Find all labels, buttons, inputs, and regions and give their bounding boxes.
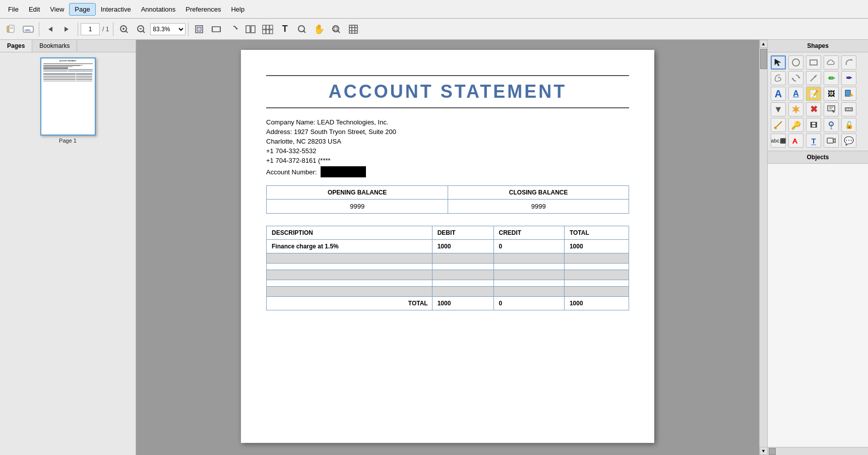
circle-tool-button[interactable]	[788, 55, 803, 70]
measure-tool-button[interactable]	[841, 102, 856, 116]
table-row	[267, 287, 629, 297]
callout-tool-button[interactable]: 💬	[841, 134, 856, 148]
horizontal-scrollbar[interactable]	[768, 447, 868, 455]
fit-page-button[interactable]	[191, 21, 207, 37]
select-tool-button[interactable]	[771, 55, 786, 70]
row6-debit	[432, 287, 493, 297]
text-large-button[interactable]: A	[771, 87, 786, 101]
zoom-select[interactable]: 83.3% 50% 75% 100% 125% 150%	[150, 23, 185, 35]
open-url-button[interactable]: URL	[20, 21, 36, 37]
transactions-table: DESCRIPTION DEBIT CREDIT TOTAL Finance c…	[266, 226, 629, 310]
svg-marker-67	[833, 139, 835, 143]
back-button[interactable]	[42, 21, 58, 37]
col-debit: DEBIT	[432, 226, 493, 240]
shapes-toolbar: ✏ ✒ A A 📝 🖼 ▼ ✖	[768, 52, 868, 151]
tab-pages[interactable]: Pages	[0, 40, 32, 52]
sep1	[39, 22, 39, 36]
menu-view[interactable]: View	[45, 4, 69, 15]
dropdown-btn[interactable]: ▼	[771, 102, 786, 116]
svg-rect-21	[246, 26, 250, 33]
zoom-out-button[interactable]	[133, 21, 149, 37]
scroll-up-arrow[interactable]: ▲	[760, 40, 768, 48]
zoom-in-button[interactable]	[116, 21, 132, 37]
svg-marker-49	[792, 105, 799, 113]
select-text-button[interactable]: T	[277, 21, 293, 37]
ruler-tool-button[interactable]	[771, 118, 786, 132]
text-color-button[interactable]: A	[788, 87, 803, 101]
svg-line-30	[303, 31, 305, 33]
svg-rect-38	[349, 25, 357, 33]
svg-marker-7	[65, 27, 69, 32]
abc-tool-button[interactable]: abc⬛	[771, 134, 786, 148]
menu-annotations[interactable]: Annotations	[136, 4, 181, 15]
edit-tool-button[interactable]	[824, 102, 839, 116]
image-stamp-button[interactable]: 🖼	[824, 87, 839, 101]
svg-rect-25	[270, 25, 273, 29]
rect-tool-button[interactable]	[806, 55, 821, 70]
two-page-button[interactable]	[242, 21, 259, 37]
menu-page[interactable]: Page	[69, 3, 95, 16]
objects-panel-header: Objects	[768, 151, 868, 164]
row6-desc	[267, 287, 432, 297]
cross-tool-button[interactable]: ✖	[806, 102, 821, 116]
film-tool-button[interactable]: 🎞	[806, 118, 821, 132]
loupe-button[interactable]	[294, 21, 310, 37]
total-row: TOTAL 1000 0 1000	[267, 297, 629, 310]
document-viewer[interactable]: ACCOUNT STATEMENT Company Name: LEAD Tec…	[136, 40, 759, 455]
row1-credit: 0	[493, 240, 564, 253]
svg-rect-16	[197, 27, 201, 31]
vertical-scrollbar[interactable]: ▲ ▼	[759, 40, 767, 455]
open-file-button[interactable]	[3, 21, 19, 37]
pencil-tool-button[interactable]: ✏	[824, 71, 839, 85]
thumbnail-page1[interactable]: ACCOUNT STATEMENT	[40, 57, 96, 144]
grid-button[interactable]	[345, 21, 361, 37]
burst-tool-button[interactable]	[788, 102, 803, 116]
rotate-cw-button[interactable]	[225, 21, 241, 37]
scroll-down-arrow[interactable]: ▼	[760, 447, 768, 455]
row2-total	[564, 253, 629, 264]
svg-point-62	[830, 128, 833, 129]
tab-bookmarks[interactable]: Bookmarks	[32, 40, 77, 52]
objects-panel-content	[768, 164, 868, 447]
page-number-input[interactable]	[81, 23, 100, 35]
location-tool-button[interactable]	[824, 118, 839, 132]
spiral-tool-button[interactable]	[771, 71, 786, 85]
pan-button[interactable]: ✋	[311, 21, 327, 37]
fit-width-button[interactable]	[208, 21, 224, 37]
svg-line-58	[775, 121, 782, 128]
top-divider	[266, 75, 629, 76]
forward-button[interactable]	[59, 21, 75, 37]
main-layout: Pages Bookmarks ACCOUNT STATEMENT	[0, 40, 868, 455]
arc-tool-button[interactable]	[841, 55, 856, 70]
svg-rect-22	[251, 26, 255, 33]
sticky-note-button[interactable]: 📝	[806, 87, 821, 101]
cloud-tool-button[interactable]	[824, 55, 839, 70]
lock-tool-button[interactable]: 🔓	[841, 118, 856, 132]
svg-marker-53	[832, 110, 835, 113]
menu-file[interactable]: File	[3, 4, 24, 15]
scroll-thumb[interactable]	[760, 49, 767, 69]
menu-edit[interactable]: Edit	[24, 4, 45, 15]
svg-line-11	[126, 31, 128, 33]
table-row	[267, 270, 629, 280]
address2: Charlotte, NC 28203 USA	[266, 138, 629, 145]
pointer-tool-button[interactable]: 🔑	[788, 118, 803, 132]
arrow-tool-button[interactable]	[806, 71, 821, 85]
pen-tool-button[interactable]: ✒	[841, 71, 856, 85]
fill-color-button[interactable]	[841, 87, 856, 101]
format-text-button[interactable]	[788, 134, 803, 148]
total-label: TOTAL	[267, 297, 432, 310]
company-name: Company Name: LEAD Technologies, Inc.	[266, 118, 629, 126]
multi-page-button[interactable]	[260, 21, 276, 37]
menu-help[interactable]: Help	[226, 4, 250, 15]
menu-interactive[interactable]: Interactive	[96, 4, 136, 15]
zoom-area-button[interactable]	[328, 21, 344, 37]
text3-button[interactable]: T	[806, 134, 821, 148]
svg-line-64	[795, 139, 797, 144]
h-scroll-thumb[interactable]	[769, 448, 776, 455]
rotate-tool-button[interactable]	[788, 71, 803, 85]
film2-tool-button[interactable]	[824, 134, 839, 148]
table-row	[267, 253, 629, 264]
menu-preferences[interactable]: Preferences	[180, 4, 226, 15]
row2-credit	[493, 253, 564, 264]
